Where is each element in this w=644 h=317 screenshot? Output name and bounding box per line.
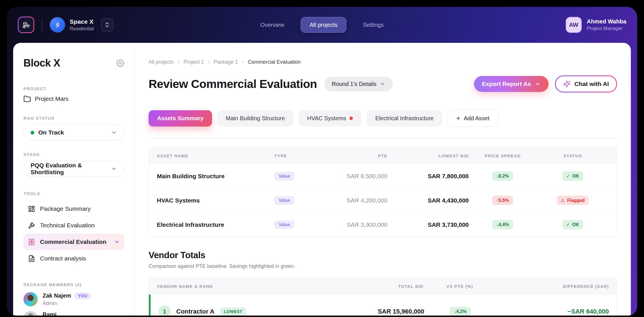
warning-icon: ⚠ — [561, 198, 565, 203]
price-spread-badge: ↑5.5% — [492, 196, 513, 205]
tab-electrical-infrastructure[interactable]: Electrical Infrastructure — [367, 110, 442, 127]
sidebar: Block X PROJECT Projec — [13, 43, 135, 316]
vendor-totals-title: Vendor Totals — [149, 250, 617, 260]
column-header: VS PTE (%) — [447, 284, 473, 289]
receipt-dollar-icon — [28, 238, 35, 246]
vs-pte-badge: ↓4.2% — [450, 307, 471, 316]
export-report-button[interactable]: Export Report As — [474, 76, 549, 92]
alert-dot — [349, 117, 353, 120]
you-badge: YOU — [75, 292, 91, 299]
rag-status-value: On Track — [38, 129, 107, 136]
members-section-label: PACKAGE MEMBERS (4) — [23, 282, 124, 287]
content-panel: Block X PROJECT Projec — [13, 43, 631, 316]
table-row[interactable]: Electrical Infrastructure Value SAR 3,90… — [149, 212, 617, 237]
asset-name: Main Building Structure — [157, 173, 274, 180]
sidebar-item-label: Contract analysis — [40, 255, 86, 262]
green-status-dot — [31, 131, 34, 135]
tab-label: HVAC Systems — [307, 115, 346, 122]
user-name: Ahmed Wahba — [587, 18, 626, 25]
tab-label: Electrical Infrastructure — [375, 115, 434, 122]
member-name: Rami — [43, 311, 57, 316]
app-window: Space X Residential Overview All project… — [7, 7, 637, 316]
plus-icon: + — [456, 115, 460, 122]
lowest-bid-value: SAR 4,430,000 — [428, 197, 469, 204]
main-content: All projects › Project 1 › Package 1 › C… — [135, 43, 631, 316]
chevron-down-icon — [111, 129, 117, 136]
lowest-bid-value: SAR 7,800,000 — [428, 173, 469, 180]
user-menu[interactable]: AW Ahmed Wahba Project Manager — [566, 17, 626, 33]
difference-value: −SAR 640,000 — [567, 308, 609, 315]
project-link[interactable]: Project Mars — [23, 95, 124, 103]
breadcrumb-item[interactable]: All projects — [149, 59, 174, 65]
column-header: PTE — [378, 153, 387, 158]
tab-label: Main Building Structure — [226, 115, 285, 122]
workspace-avatar — [50, 17, 65, 33]
breadcrumb-separator: › — [242, 59, 244, 65]
tab-main-building-structure[interactable]: Main Building Structure — [217, 110, 293, 127]
nav-tab-settings[interactable]: Settings — [362, 17, 385, 33]
sidebar-item-label: Technical Evaluation — [40, 222, 95, 229]
user-role: Project Manager — [587, 26, 626, 31]
member-role: Admin — [43, 300, 91, 306]
price-spread-badge: ↓8.2% — [492, 171, 513, 181]
member-row[interactable]: Rami Product manager — [23, 311, 124, 316]
lowest-badge: LOWEST — [220, 308, 246, 316]
check-icon: ✓ — [566, 173, 570, 179]
lowest-bid-value: SAR 3,730,000 — [428, 221, 469, 228]
sidebar-item-contract-analysis[interactable]: Contract analysis — [23, 250, 124, 267]
table-row[interactable]: HVAC Systems Value SAR 4,200,000 SAR 4,4… — [149, 188, 617, 212]
vendor-table-header: VENDOR NAME & RANK TOTAL BID VS PTE (%) … — [149, 278, 617, 294]
vendor-totals-table: VENDOR NAME & RANK TOTAL BID VS PTE (%) … — [149, 278, 617, 316]
sidebar-item-package-summary[interactable]: Package Summary — [23, 200, 124, 217]
chat-with-ai-label: Chat with AI — [574, 81, 609, 87]
tab-hvac-systems[interactable]: HVAC Systems — [299, 110, 361, 127]
status-label: Flagged — [567, 198, 585, 203]
round-selector[interactable]: Round 1's Details — [324, 77, 393, 91]
sidebar-item-label: Package Summary — [40, 205, 91, 212]
grid-icon — [28, 205, 35, 212]
column-header: ASSET NAME — [157, 153, 274, 158]
asset-tabs: Assets Summary Main Building Structure H… — [149, 110, 617, 127]
sidebar-item-technical-evaluation[interactable]: Technical Evaluation — [23, 217, 124, 234]
nav-tabs: Overview All projects Settings — [259, 17, 385, 33]
sidebar-item-commercial-evaluation[interactable]: Commercial Evaluation — [23, 234, 124, 250]
workspace-selector[interactable]: Space X Residential — [50, 17, 94, 33]
pte-value: SAR 3,900,000 — [347, 221, 387, 228]
rank-badge: 1 — [159, 306, 171, 316]
nav-tab-overview[interactable]: Overview — [259, 17, 285, 33]
top-navigation: Space X Residential Overview All project… — [7, 7, 637, 43]
vendor-name: Contractor A — [176, 308, 215, 315]
nav-tab-all-projects[interactable]: All projects — [301, 17, 347, 33]
divider — [149, 138, 617, 139]
gear-icon[interactable] — [116, 59, 124, 67]
table-row[interactable]: Main Building Structure Value SAR 8,500,… — [149, 164, 617, 188]
breadcrumb-item[interactable]: Project 1 — [183, 59, 204, 65]
add-asset-button[interactable]: + Add Asset — [447, 110, 498, 127]
workspace-switch-button[interactable] — [101, 18, 113, 31]
tab-assets-summary[interactable]: Assets Summary — [149, 110, 212, 127]
column-header: STATUS — [563, 153, 582, 158]
table-row[interactable]: 1 Contractor A LOWEST SAR 15,960,000 ↓4.… — [149, 294, 617, 316]
workspace-type: Residential — [70, 26, 94, 32]
app-logo[interactable] — [18, 17, 34, 33]
pte-value: SAR 4,200,000 — [347, 197, 387, 204]
sparkles-icon — [563, 80, 571, 88]
member-row[interactable]: Zak Najem YOU Admin — [23, 292, 124, 306]
project-section-label: PROJECT — [23, 86, 124, 91]
member-name: Zak Najem — [43, 292, 71, 299]
export-report-label: Export Report As — [482, 81, 531, 87]
stage-dropdown[interactable]: PQQ Evaluation & Shortlisting — [23, 161, 124, 177]
breadcrumb-item[interactable]: Package 1 — [214, 59, 238, 65]
rag-status-dropdown[interactable]: On Track — [23, 125, 124, 141]
round-selector-label: Round 1's Details — [332, 81, 376, 87]
assets-table-header: ASSET NAME TYPE PTE LOWEST BID PRICE SPR… — [149, 148, 617, 164]
members-list: Zak Najem YOU Admin Rami Product m — [23, 292, 124, 316]
block-title: Block X — [23, 57, 60, 69]
status-badge: ✓OK — [562, 220, 583, 229]
chat-with-ai-button[interactable]: Chat with AI — [555, 75, 617, 93]
column-header: TYPE — [274, 153, 329, 158]
rag-status-label: RAG STATUS — [23, 116, 124, 121]
status-badge: ✓OK — [562, 171, 583, 181]
chevron-down-icon — [380, 81, 385, 87]
sidebar-item-label: Commercial Evaluation — [40, 238, 106, 245]
